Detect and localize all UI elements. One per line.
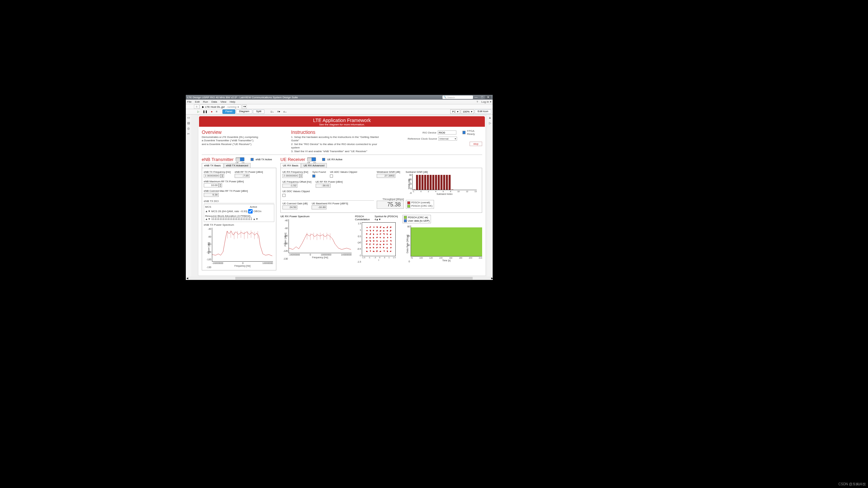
menu-run[interactable]: Run (203, 100, 208, 103)
tool-distrib[interactable]: ≡▾ (276, 110, 282, 114)
tool-group[interactable]: ⎌▾ (282, 110, 288, 114)
layers-icon[interactable]: ▤ (187, 121, 190, 125)
target-select[interactable]: PC▾ (450, 109, 460, 114)
overview: Overview Demonstrates a LTE Downlink (DL… (202, 129, 270, 153)
svg-point-131 (380, 233, 381, 235)
svg-point-122 (380, 244, 381, 245)
ue-spectrum-chart: Power [dBm] -40-60-80-100-120-130 (289, 219, 352, 260)
svg-point-56 (369, 238, 370, 239)
ue-rfpow-value: -36.61 (316, 184, 331, 188)
rio-device-label: RIO Device (408, 131, 436, 134)
overview-title: Overview (202, 129, 270, 135)
svg-point-47 (370, 247, 371, 248)
svg-point-173 (387, 240, 388, 241)
svg-point-41 (367, 227, 368, 228)
close-button[interactable]: ✕ (485, 96, 491, 99)
right-gutter: ▲ ▷ (487, 115, 493, 277)
pause-button[interactable]: ❚❚ (201, 110, 209, 114)
run-button[interactable]: ▷ (196, 110, 201, 114)
mcs-select[interactable]: MCS 28 (64-QAM, rate ~0.93) (211, 210, 248, 213)
svg-point-152 (383, 238, 384, 239)
svg-point-167 (387, 247, 388, 248)
file-tab[interactable]: ▶ LTE Host DL.gvi - running × (200, 104, 241, 109)
enb-coerced-value: 9.36 (204, 193, 219, 197)
menu-view[interactable]: View (220, 100, 226, 103)
view-panel[interactable]: Panel (222, 109, 235, 114)
menu-button[interactable]: ≡ (215, 110, 219, 114)
target-icon[interactable]: ◎ (187, 127, 190, 130)
ue-active-led (322, 158, 325, 161)
svg-point-128 (380, 237, 381, 238)
ue-column: UE Receiver OffOn UE RX Active UE RX Bas… (280, 157, 482, 270)
abort-button[interactable]: ● (210, 110, 214, 114)
instructions-title: Instructions (291, 129, 386, 135)
svg-point-137 (380, 226, 381, 227)
minimize-button[interactable]: — (473, 96, 479, 99)
window-title: LTE Design USRP RIO 40 MHz BW v2.0* - La… (187, 96, 298, 99)
enb-tab-basic[interactable]: eNB TX Basic (202, 163, 223, 168)
ue-gain-value: 24.50 (282, 205, 297, 209)
search-input[interactable]: Search (442, 96, 473, 99)
doc-icon[interactable]: ▭ (187, 116, 190, 119)
rio-device-input[interactable] (438, 130, 456, 135)
view-split[interactable]: Split (253, 109, 264, 114)
svg-point-205 (390, 230, 391, 231)
arrow-up-icon[interactable]: ▲ (489, 116, 492, 119)
enb-enable-switch[interactable]: OffOn (236, 157, 244, 161)
edit-icon-button[interactable]: Edit Icon (475, 109, 491, 114)
svg-point-80 (373, 237, 374, 238)
clk-select[interactable]: Internal▾ (438, 137, 457, 141)
ue-tab-basic[interactable]: UE RX Basic (280, 163, 301, 168)
rb-alloc-input[interactable]: 1111111111111111111111111 (211, 218, 252, 221)
svg-point-59 (370, 234, 371, 235)
svg-point-101 (377, 240, 378, 241)
svg-point-143 (383, 247, 384, 248)
constellation-chart: Q 1.510.50-0.5-1-1.5 -1.5-1-.50.511.5 I (362, 222, 399, 263)
enb-maxrf-input[interactable]: 10.00 (204, 183, 219, 187)
ue-freq-input[interactable]: 2.0000000G (282, 174, 299, 178)
maximize-button[interactable]: □ (479, 96, 485, 99)
scrollbar-horizontal[interactable]: ◄► (186, 277, 493, 280)
adc-clip-led (330, 175, 333, 178)
tab-close-icon[interactable]: × (237, 105, 239, 108)
enb-rfpow-value: -7.65 (235, 174, 250, 178)
home-icon[interactable]: ⌂ (194, 104, 199, 109)
menu-file[interactable]: File (187, 100, 192, 103)
banner: LTE Application Framework See the diagra… (199, 116, 485, 127)
svg-point-113 (377, 227, 378, 228)
svg-point-26 (366, 244, 367, 245)
center-pane: LTE Application Framework See the diagra… (191, 115, 487, 277)
enb-freq-input[interactable]: 2.0000000G (204, 174, 221, 178)
run-arrow-icon[interactable]: ▷ (489, 121, 491, 125)
file-state: - running (226, 105, 237, 108)
sync-found-led (312, 175, 315, 178)
svg-point-98 (376, 244, 377, 245)
svg-point-119 (380, 247, 381, 248)
svg-point-155 (384, 233, 385, 235)
app-window: LTE Design USRP RIO 40 MHz BW v2.0* - La… (186, 95, 493, 280)
login-button[interactable]: Log In ▾ (481, 100, 491, 103)
menu-data[interactable]: Data (211, 100, 217, 103)
svg-point-146 (383, 244, 384, 245)
menu-edit[interactable]: Edit (195, 100, 200, 103)
svg-point-158 (383, 230, 384, 231)
dci-active-checkbox[interactable] (248, 209, 253, 214)
menu-help[interactable]: Help (230, 100, 235, 103)
ue-title: UE Receiver (280, 157, 305, 162)
ue-enable-switch[interactable]: OffOn (307, 157, 316, 161)
new-tab-button[interactable]: + ▾ (242, 104, 247, 109)
svg-point-140 (383, 250, 384, 251)
stop-button[interactable]: stop (470, 142, 482, 146)
svg-point-104 (377, 237, 378, 238)
zoom-select[interactable]: 100%▾ (461, 109, 474, 114)
tools-icon[interactable]: ✂ (187, 132, 190, 136)
svg-point-203 (390, 234, 391, 235)
svg-point-116 (380, 251, 381, 252)
svg-point-179 (387, 233, 388, 234)
help-icon[interactable]: ? (476, 100, 478, 103)
svg-point-176 (387, 237, 388, 238)
svg-point-191 (391, 247, 392, 248)
svg-point-92 (376, 250, 377, 251)
view-diagram[interactable]: Diagram (236, 109, 252, 114)
tool-align[interactable]: ⎅▾ (269, 110, 275, 114)
